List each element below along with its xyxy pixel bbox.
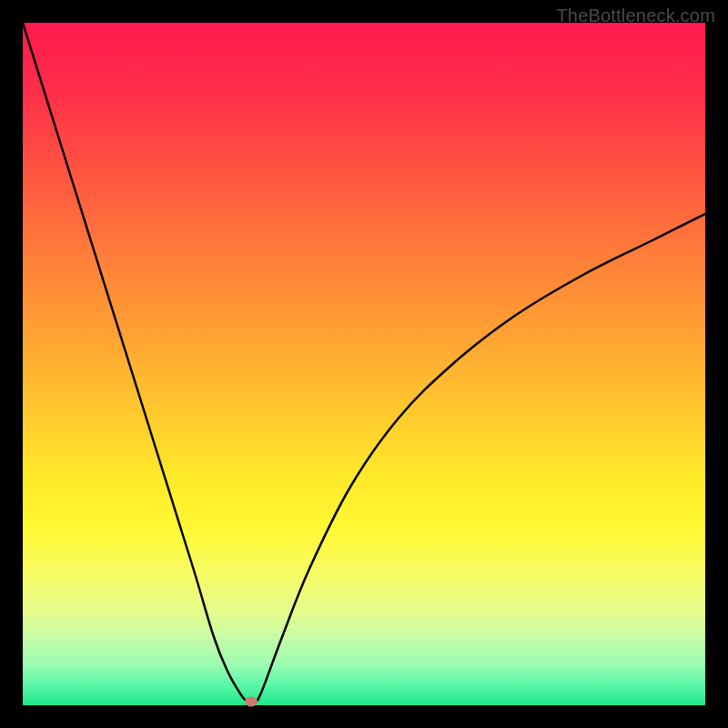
optimal-point-marker (245, 697, 258, 707)
chart-frame: TheBottleneck.com (0, 0, 728, 728)
watermark-text: TheBottleneck.com (556, 5, 715, 26)
plot-area (23, 23, 705, 705)
bottleneck-curve (23, 23, 705, 705)
